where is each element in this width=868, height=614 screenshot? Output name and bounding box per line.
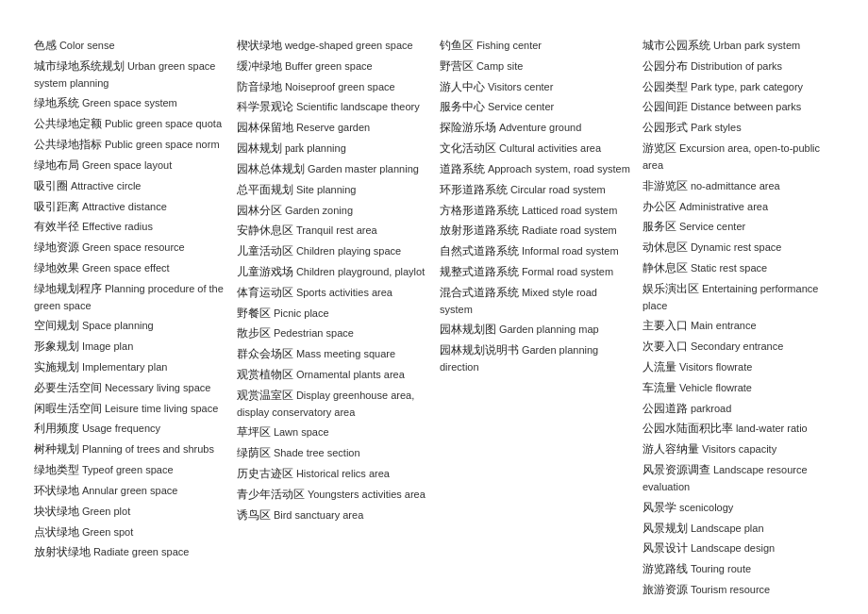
chinese-term: 绿地规划程序 — [34, 283, 105, 294]
chinese-term: 游人中心 — [440, 81, 488, 92]
list-item: 总平面规划 Site planning — [237, 182, 428, 199]
chinese-term: 游览路线 — [643, 563, 691, 574]
english-term: Usage frequency — [82, 423, 160, 434]
english-term: Green space system — [82, 97, 177, 108]
english-term: Visitors flowrate — [679, 361, 752, 373]
chinese-term: 绿荫区 — [237, 447, 274, 458]
chinese-term: 防音绿地 — [237, 81, 285, 92]
list-item: 实施规划 Implementary plan — [34, 359, 225, 376]
english-term: Planning of trees and shrubs — [82, 443, 214, 455]
list-item: 野营区 Camp site — [440, 58, 631, 75]
chinese-term: 块状绿地 — [34, 506, 82, 517]
chinese-term: 自然式道路系统 — [440, 245, 522, 257]
list-item: 安静休息区 Tranquil rest area — [237, 223, 428, 240]
english-term: Public green space norm — [105, 139, 220, 150]
chinese-term: 绿地效果 — [34, 262, 82, 274]
chinese-term: 野营区 — [440, 60, 476, 72]
chinese-term: 绿地布局 — [34, 159, 82, 171]
column-4: 城市公园系统 Urban park system公园分布 Distributio… — [637, 38, 840, 599]
list-item: 人流量 Visitors flowrate — [643, 359, 834, 376]
chinese-term: 公园道路 — [643, 403, 691, 414]
english-term: Garden master planning — [308, 163, 419, 174]
chinese-term: 旅游资源 — [643, 584, 691, 595]
chinese-term: 必要生活空间 — [34, 382, 105, 393]
english-term: Urban park system — [713, 40, 800, 51]
list-item: 游人容纳量 Visitors capacity — [643, 441, 834, 458]
list-item: 绿荫区 Shade tree section — [237, 445, 428, 462]
chinese-term: 公园类型 — [643, 81, 691, 92]
chinese-term: 主要入口 — [643, 320, 691, 331]
english-term: Formal road system — [522, 266, 613, 277]
english-term: Children playing space — [296, 245, 401, 257]
english-term: Effective radius — [82, 221, 153, 232]
list-item: 放射形道路系统 Radiate road system — [440, 223, 631, 240]
english-term: Service center — [488, 101, 554, 112]
list-item: 办公区 Administrative area — [643, 199, 834, 216]
english-term: Distribution of parks — [691, 60, 782, 72]
list-item: 青少年活动区 Youngsters activities area — [237, 487, 428, 504]
english-term: Park type, park category — [691, 81, 803, 92]
english-term: Green space layout — [82, 159, 172, 171]
list-item: 公共绿地定额 Public green space quota — [34, 116, 225, 133]
english-term: Implementary plan — [82, 361, 168, 373]
english-term: Adventure ground — [499, 122, 581, 133]
chinese-term: 色感 — [34, 40, 59, 51]
list-item: 动休息区 Dynamic rest space — [643, 240, 834, 257]
english-term: Fishing center — [476, 40, 542, 51]
chinese-term: 游览区 — [643, 142, 679, 154]
chinese-term: 闲暇生活空间 — [34, 403, 105, 414]
list-item: 空间规划 Space planning — [34, 318, 225, 335]
chinese-term: 服务区 — [643, 221, 679, 232]
chinese-term: 楔状绿地 — [237, 40, 285, 51]
list-item: 探险游乐场 Adventure ground — [440, 120, 631, 137]
chinese-term: 环状绿地 — [34, 485, 82, 496]
chinese-term: 实施规划 — [34, 361, 82, 373]
english-term: Approach system, road system — [488, 163, 630, 174]
chinese-term: 园林规划说明书 — [440, 344, 522, 356]
english-term: Informal road system — [522, 245, 619, 257]
english-term: Lawn space — [274, 426, 329, 438]
list-item: 吸引距离 Attractive distance — [34, 199, 225, 216]
chinese-term: 风景学 — [643, 502, 679, 513]
english-term: Leisure time living space — [105, 403, 218, 414]
list-item: 绿地资源 Green space resource — [34, 240, 225, 257]
list-item: 园林分区 Garden zoning — [237, 203, 428, 220]
list-item: 风景规划 Landscape plan — [643, 521, 834, 538]
english-term: Main entrance — [691, 320, 757, 331]
english-term: Garden zoning — [285, 205, 353, 216]
list-item: 风景设计 Landscape design — [643, 540, 834, 557]
chinese-term: 方格形道路系统 — [440, 205, 522, 216]
list-item: 吸引圈 Attractive circle — [34, 178, 225, 195]
list-item: 次要入口 Secondary entrance — [643, 339, 834, 356]
list-item: 儿童活动区 Children playing space — [237, 243, 428, 260]
list-item: 游览路线 Touring route — [643, 561, 834, 578]
list-item: 公园分布 Distribution of parks — [643, 58, 834, 75]
english-term: Circular road system — [510, 184, 606, 195]
english-term: Latticed road system — [522, 205, 618, 216]
list-item: 旅游资源 Tourism resource — [643, 582, 834, 599]
list-item: 静休息区 Static rest space — [643, 260, 834, 277]
chinese-term: 公共绿地定额 — [34, 118, 105, 129]
list-item: 主要入口 Main entrance — [643, 318, 834, 335]
chinese-term: 园林分区 — [237, 205, 285, 216]
chinese-term: 绿地资源 — [34, 241, 82, 253]
chinese-term: 吸引距离 — [34, 201, 82, 212]
english-term: Tourism resource — [691, 584, 770, 595]
chinese-term: 非游览区 — [643, 180, 691, 191]
chinese-term: 规整式道路系统 — [440, 266, 522, 277]
list-item: 娱乐演出区 Entertaining performance place — [643, 281, 834, 315]
chinese-term: 点状绿地 — [34, 526, 82, 538]
list-item: 方格形道路系统 Latticed road system — [440, 203, 631, 220]
chinese-term: 公园间距 — [643, 101, 691, 112]
chinese-term: 探险游乐场 — [440, 122, 499, 133]
list-item: 楔状绿地 wedge-shaped green space — [237, 38, 428, 55]
list-item: 公园间距 Distance between parks — [643, 99, 834, 116]
list-item: 游人中心 Visitors center — [440, 79, 631, 96]
english-term: Park styles — [691, 122, 742, 133]
english-term: Pedestrian space — [274, 327, 354, 339]
chinese-term: 形象规划 — [34, 340, 82, 352]
chinese-term: 环形道路系统 — [440, 184, 510, 195]
chinese-term: 绿地类型 — [34, 464, 82, 475]
english-term: Public green space quota — [105, 118, 222, 129]
list-item: 绿地布局 Green space layout — [34, 158, 225, 174]
